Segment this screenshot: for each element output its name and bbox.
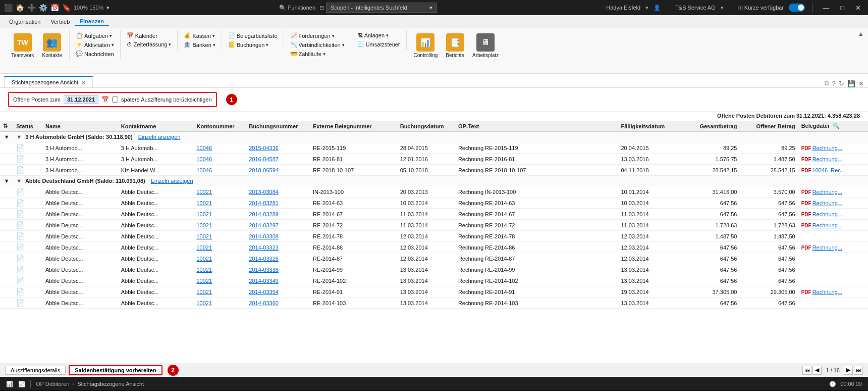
save-icon[interactable]: 💾	[847, 80, 855, 87]
beleg-link[interactable]: Rechnung...	[812, 189, 842, 195]
th-datum[interactable]: Buchungsdatum	[397, 121, 455, 132]
beleg-link[interactable]: Rechnung...	[812, 222, 842, 228]
beleg-link[interactable]: Rechnung...	[812, 244, 842, 251]
user-chevron[interactable]: ▾	[645, 5, 648, 11]
settings-icon[interactable]: ⚙️	[39, 4, 47, 12]
table-row[interactable]: 📄 3 H Automob... 3 H Automob... 10046 20…	[0, 142, 868, 154]
menu-organisation[interactable]: Organisation	[4, 18, 45, 26]
th-optext[interactable]: OP-Text	[455, 121, 618, 132]
page-first-button[interactable]: ⏮	[802, 366, 811, 375]
menu-finanzen[interactable]: Finanzen	[75, 17, 109, 26]
buchung-link[interactable]: 2014-03354	[249, 289, 279, 295]
group-expand[interactable]: ▼	[0, 176, 13, 186]
beleg-link[interactable]: Rechnung...	[812, 211, 842, 217]
availability-toggle[interactable]	[789, 4, 805, 12]
konto-link[interactable]: 10021	[196, 244, 212, 251]
auszifferung-button[interactable]: Auszifferungsdetails	[5, 366, 66, 375]
buchung-link[interactable]: 2014-03323	[249, 244, 279, 251]
arbeitsplatz-button[interactable]: 🖥 Arbeitsplatz	[469, 31, 502, 60]
sort-icon[interactable]: ⇅	[3, 123, 8, 129]
tab-close-icon[interactable]: ✕	[81, 80, 85, 85]
page-prev-button[interactable]: ◀	[812, 366, 822, 375]
th-extern[interactable]: Externe Belegnummer	[310, 121, 397, 132]
th-name[interactable]: Name	[42, 121, 118, 132]
buchungen-button[interactable]: 📒 Buchungen ▾	[226, 40, 280, 49]
group-expand[interactable]: ▼	[0, 132, 13, 142]
th-status[interactable]: Status	[13, 121, 42, 132]
einzeln-link[interactable]: Einzeln anzeigen	[138, 134, 181, 140]
funnel-icon[interactable]: ⊟	[319, 5, 324, 11]
maximize-button[interactable]: □	[837, 3, 847, 13]
filter-date[interactable]: 31.12.2021	[64, 95, 98, 104]
konto-link[interactable]: 10021	[196, 211, 212, 217]
th-gesamt[interactable]: Gesamtbetrag	[682, 121, 740, 132]
breadcrumb-item-1[interactable]: OP Debitoren	[36, 381, 69, 387]
controlling-button[interactable]: 📊 Controlling	[411, 31, 441, 60]
buchung-link[interactable]: 2014-03349	[249, 278, 279, 284]
anlagen-button[interactable]: 🏗 Anlagen ▾	[355, 31, 402, 39]
buchung-link[interactable]: 2014-03338	[249, 267, 279, 273]
buchung-link[interactable]: 2015-04336	[249, 145, 279, 151]
konto-link[interactable]: 10021	[196, 222, 212, 228]
beleg-link[interactable]: Rechnung...	[812, 289, 842, 295]
konto-link[interactable]: 10021	[196, 189, 212, 195]
konto-link[interactable]: 10021	[196, 256, 212, 262]
beleg-link[interactable]: Rechnung...	[812, 200, 842, 206]
konto-link[interactable]: 10021	[196, 200, 212, 206]
later-checkbox[interactable]	[112, 96, 118, 103]
nav-chart-icon[interactable]: 📊	[6, 381, 13, 387]
table-row[interactable]: 📄 Abble Deutsc... Abble Deutsc... 10021 …	[0, 298, 868, 309]
table-row[interactable]: 📄 Abble Deutsc... Abble Deutsc... 10021 …	[0, 275, 868, 286]
buchung-link[interactable]: 2013-03084	[249, 189, 279, 195]
kontakte-button[interactable]: 👥 Kontakte	[39, 31, 65, 60]
table-row[interactable]: 📄 3 H Automob... Kfz-Handel W... 10046 2…	[0, 165, 868, 176]
beleg-search-icon[interactable]: 🔍	[833, 123, 840, 129]
beleg-link[interactable]: Rechnung...	[812, 145, 842, 151]
scope-dropdown[interactable]: Scopen - Intelligentes Suchfeld ▾	[326, 3, 437, 13]
dropdown-icon[interactable]: ▾	[106, 5, 110, 11]
th-konto[interactable]: Kontonummer	[193, 121, 246, 132]
buchung-link[interactable]: 2016-04587	[249, 156, 279, 162]
buchung-link[interactable]: 2014-03289	[249, 211, 279, 217]
copy-icon[interactable]: ⧉	[825, 79, 829, 87]
refresh-icon[interactable]: ↻	[839, 80, 844, 87]
konto-link[interactable]: 10046	[196, 145, 212, 151]
buchung-link[interactable]: 2018-06594	[249, 167, 279, 173]
kalender-button[interactable]: 📅 Kalender	[125, 31, 174, 40]
th-buchung[interactable]: Buchungsnummer	[246, 121, 310, 132]
berichte-button[interactable]: 📑 Berichte	[443, 31, 467, 60]
konto-link[interactable]: 10021	[196, 300, 212, 306]
aktivitaeten-button[interactable]: ⚡ Aktivitäten ▾	[74, 40, 116, 49]
nachrichten-button[interactable]: 💬 Nachrichten	[74, 50, 116, 58]
verbindlichkeiten-button[interactable]: 📉 Verbindlichkeiten ▾	[288, 40, 347, 49]
buchung-link[interactable]: 2014-03281	[249, 200, 279, 206]
page-next-button[interactable]: ▶	[844, 366, 853, 375]
konto-link[interactable]: 10021	[196, 289, 212, 295]
company-chevron[interactable]: ▾	[721, 5, 724, 11]
table-row[interactable]: 📄 Abble Deutsc... Abble Deutsc... 10021 …	[0, 231, 868, 242]
close-tab-icon[interactable]: ✕	[858, 80, 864, 87]
konto-link[interactable]: 10021	[196, 278, 212, 284]
help-icon[interactable]: ?	[832, 80, 836, 87]
calendar-icon[interactable]: 📅	[50, 4, 59, 12]
konto-link[interactable]: 10046	[196, 156, 212, 162]
banken-button[interactable]: 🏦 Banken ▾	[182, 40, 217, 49]
th-offen[interactable]: Offener Betrag	[740, 121, 798, 132]
salden-button[interactable]: Saldenbestätigung vorbereiten	[69, 365, 162, 375]
buchung-link[interactable]: 2014-03360	[249, 300, 279, 306]
menu-vertrieb[interactable]: Vertrieb	[45, 18, 75, 26]
table-row[interactable]: 📄 Abble Deutsc... Abble Deutsc... 10021 …	[0, 186, 868, 198]
bookmark-icon[interactable]: 🔖	[62, 4, 71, 12]
table-row[interactable]: 📄 3 H Automob... 3 H Automob... 10046 20…	[0, 154, 868, 165]
kassen-button[interactable]: 💰 Kassen ▾	[182, 31, 217, 40]
close-button[interactable]: ✕	[852, 3, 864, 13]
table-row[interactable]: 📄 Abble Deutsc... Abble Deutsc... 10021 …	[0, 220, 868, 231]
beleg-link[interactable]: 10046_Rec...	[812, 167, 845, 173]
aufgaben-button[interactable]: 📋 Aufgaben ▾	[74, 31, 116, 40]
konto-link[interactable]: 10046	[196, 167, 212, 173]
buchung-link[interactable]: 2014-03297	[249, 222, 279, 228]
tab-stichtagsbezogene[interactable]: Stichtagsbezogene Ansicht ✕	[4, 76, 93, 87]
th-kontakt[interactable]: Kontaktname	[118, 121, 194, 132]
buchung-link[interactable]: 2014-03308	[249, 233, 279, 239]
umsatzsteuer-button[interactable]: 🧾 Umsatzsteuer	[355, 40, 402, 48]
